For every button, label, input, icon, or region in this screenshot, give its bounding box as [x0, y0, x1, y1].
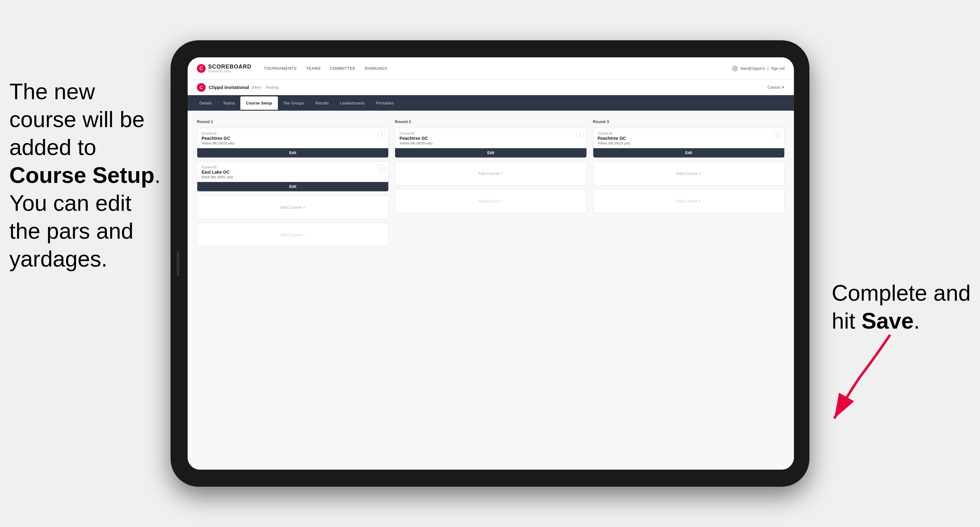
nav-committee[interactable]: COMMITTEE	[330, 65, 356, 72]
tournament-gender: (Men)	[251, 85, 261, 90]
logo-area: C SCOREBOARD Powered by clippd	[197, 64, 251, 73]
right-annotation: Complete andhit Save.	[832, 279, 971, 335]
nav-separator: |	[768, 66, 768, 71]
round-1-course-b-name: East Lake GC	[202, 170, 384, 175]
tablet-frame: C SCOREBOARD Powered by clippd TOURNAMEN…	[170, 40, 810, 487]
right-arrow	[810, 329, 902, 428]
tab-leaderboards[interactable]: Leaderboards	[334, 97, 370, 110]
sign-out-link[interactable]: Sign out	[771, 66, 784, 71]
nav-right: blair@clippd.io | Sign out	[732, 65, 784, 71]
round-2-course-a-inner: (Course A) Peachtree GC Yellow (M) (6629…	[395, 128, 586, 148]
round-2-course-a-tag: (Course A)	[399, 132, 582, 135]
round-2-course-a-name: Peachtree GC	[399, 136, 582, 141]
round-2-course-a-details: Yellow (M) (6629 yds)	[399, 141, 582, 145]
round-3-course-a-name: Peachtree GC	[598, 136, 780, 141]
options-icon-b: ⋮	[380, 166, 384, 171]
options-icon-r3: ⋮	[776, 132, 780, 137]
nav-links: TOURNAMENTS TEAMS COMMITTEE RANKINGS	[264, 65, 732, 72]
round-1-add-course-label: Add Course +	[280, 205, 305, 210]
nav-rankings[interactable]: RANKINGS	[365, 65, 387, 72]
user-email: blair@clippd.io	[741, 66, 765, 71]
top-nav: C SCOREBOARD Powered by clippd TOURNAMEN…	[188, 57, 794, 80]
round-3-column: Round 3 (Course A) Peachtree GC Yellow (…	[593, 119, 784, 251]
right-text: Complete andhit Save.	[832, 281, 971, 333]
tournament-bar: C Clippd Invitational (Men) Hosting Canc…	[188, 80, 794, 95]
options-icon-r2: ⋮	[578, 132, 582, 137]
round-1-course-a-tag: (Course A)	[202, 132, 384, 135]
tab-teams[interactable]: Teams	[217, 97, 240, 110]
logo-text-block: SCOREBOARD Powered by clippd	[208, 64, 251, 73]
round-2-column: Round 2 (Course A) Peachtree GC Yellow (…	[395, 119, 587, 251]
tab-tee-groups[interactable]: Tee Groups	[278, 97, 310, 110]
round-2-course-a-card: (Course A) Peachtree GC Yellow (M) (6629…	[395, 128, 587, 158]
tab-results[interactable]: Results	[310, 97, 334, 110]
round-1-course-b-options-button[interactable]: ⋮	[379, 165, 385, 172]
tab-printables[interactable]: Printables	[370, 97, 399, 110]
user-avatar-dot	[732, 65, 738, 71]
logo-sub: Powered by clippd	[208, 70, 251, 73]
cancel-button[interactable]: Cancel ✕	[768, 85, 784, 90]
round-1-course-b-card: (Course B) East Lake GC Black (M) (6891 …	[197, 162, 388, 192]
round-1-add-course-button[interactable]: Add Course +	[197, 195, 388, 219]
round-1-add-course-label-2: Add Course +	[280, 232, 305, 237]
round-3-add-course-disabled: Add Course +	[593, 189, 784, 213]
rounds-container: Round 1 (Course A) Peachtree GC Yellow (…	[197, 119, 784, 251]
round-1-course-a-card: (Course A) Peachtree GC Yellow (M) (6629…	[197, 128, 388, 158]
round-1-course-b-tag: (Course B)	[202, 165, 384, 169]
tab-course-setup[interactable]: Course Setup	[240, 97, 278, 110]
round-3-course-a-tag: (Course A)	[598, 132, 780, 135]
round-2-add-course-label-2: Add Course +	[479, 199, 503, 203]
round-1-label: Round 1	[197, 119, 388, 124]
logo-c-icon: C	[197, 64, 205, 73]
round-1-course-a-edit-button[interactable]: Edit	[197, 148, 388, 157]
round-1-add-course-disabled: Add Course +	[197, 223, 388, 247]
screen: C SCOREBOARD Powered by clippd TOURNAMEN…	[188, 57, 794, 470]
round-1-course-b-details: Black (M) (6891 yds)	[202, 175, 384, 179]
left-text: The newcourse will beadded toCourse Setu…	[9, 79, 161, 271]
round-3-label: Round 3	[593, 119, 784, 124]
round-3-course-a-card: (Course A) Peachtree GC Yellow (M) (6629…	[593, 128, 784, 158]
round-2-course-a-options-button[interactable]: ⋮	[576, 131, 583, 138]
round-3-course-a-edit-button[interactable]: Edit	[593, 148, 784, 157]
round-1-course-a-details: Yellow (M) (6629 yds)	[202, 141, 384, 145]
round-1-column: Round 1 (Course A) Peachtree GC Yellow (…	[197, 119, 388, 251]
round-3-add-course-label: Add Course +	[676, 171, 701, 176]
round-3-course-a-details: Yellow (M) (6629 yds)	[598, 141, 780, 145]
round-1-course-b-inner: (Course B) East Lake GC Black (M) (6891 …	[197, 162, 388, 182]
round-3-add-course-button[interactable]: Add Course +	[593, 162, 784, 186]
left-annotation: The newcourse will beadded toCourse Setu…	[9, 78, 161, 273]
tournament-name: Clippd Invitational	[209, 85, 249, 90]
nav-teams[interactable]: TEAMS	[306, 65, 321, 72]
round-2-add-course-button[interactable]: Add Course +	[395, 162, 587, 186]
round-3-add-course-label-2: Add Course +	[676, 199, 701, 203]
round-3-course-a-options-button[interactable]: ⋮	[775, 131, 781, 138]
round-2-add-course-label: Add Course +	[479, 171, 503, 176]
tournament-hosting: Hosting	[266, 85, 278, 90]
nav-tournaments[interactable]: TOURNAMENTS	[264, 65, 297, 72]
tournament-logo-icon: C	[197, 83, 205, 92]
options-icon: ⋮	[380, 132, 384, 137]
main-content: Round 1 (Course A) Peachtree GC Yellow (…	[188, 111, 794, 470]
round-3-course-a-inner: (Course A) Peachtree GC Yellow (M) (6629…	[593, 128, 784, 148]
round-1-course-b-edit-button[interactable]: Edit	[197, 182, 388, 191]
round-1-course-a-inner: (Course A) Peachtree GC Yellow (M) (6629…	[197, 128, 388, 148]
round-2-add-course-disabled: Add Course +	[395, 189, 587, 213]
round-2-label: Round 2	[395, 119, 587, 124]
round-2-course-a-edit-button[interactable]: Edit	[395, 148, 586, 157]
tab-details[interactable]: Details	[194, 97, 217, 110]
cancel-icon: ✕	[781, 85, 784, 90]
logo-text: SCOREBOARD	[208, 63, 251, 70]
cancel-label: Cancel	[768, 85, 780, 90]
round-1-course-a-options-button[interactable]: ⋮	[379, 131, 385, 138]
round-1-course-a-name: Peachtree GC	[202, 136, 384, 141]
tab-bar: Details Teams Course Setup Tee Groups Re…	[188, 95, 794, 111]
